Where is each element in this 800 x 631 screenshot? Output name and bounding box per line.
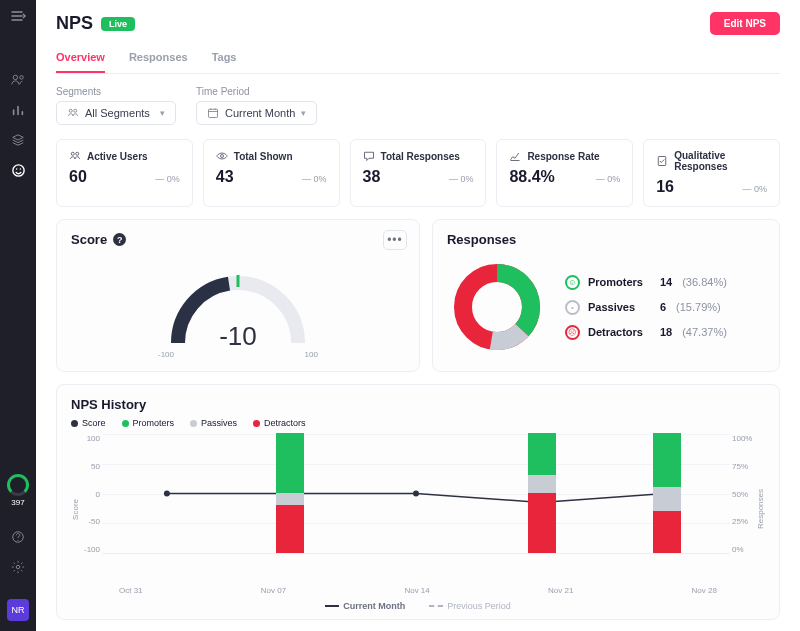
calendar-icon — [207, 107, 219, 119]
svg-point-12 — [76, 152, 79, 155]
eye-icon — [216, 150, 228, 162]
x-tick: Oct 31 — [119, 586, 143, 595]
layers-nav-icon[interactable] — [10, 132, 26, 148]
svg-rect-14 — [658, 157, 666, 166]
sidebar: 397 NR — [0, 0, 36, 631]
more-options-button[interactable]: ••• — [383, 230, 407, 250]
chevron-down-icon: ▾ — [160, 108, 165, 118]
page-title: NPS — [56, 13, 93, 34]
y-left-label: Score — [71, 499, 80, 520]
score-title: Score — [71, 232, 107, 247]
user-badge[interactable]: NR — [7, 599, 29, 621]
x-tick: Nov 21 — [548, 586, 573, 595]
tabs: Overview Responses Tags — [56, 45, 780, 74]
kpi-delta: — 0% — [742, 184, 767, 194]
bar-group — [276, 433, 304, 553]
kpi-value: 60 — [69, 168, 87, 186]
users-icon — [69, 150, 81, 162]
kpi-delta: — 0% — [449, 174, 474, 184]
analytics-nav-icon[interactable] — [10, 102, 26, 118]
kpi-row: Active Users 60— 0% Total Shown 43— 0% T… — [56, 139, 780, 207]
gauge-max: 100 — [305, 350, 318, 359]
kpi-qualitative-responses: Qualitative Responses 16— 0% — [643, 139, 780, 207]
legend-promoters: ☺ Promoters 14 (36.84%) — [565, 275, 727, 290]
chat-icon — [363, 150, 375, 162]
neutral-icon: • — [565, 300, 580, 315]
svg-point-11 — [71, 152, 74, 155]
period-legend: Current Month Previous Period — [71, 601, 765, 611]
doc-check-icon — [656, 155, 668, 167]
responses-panel: Responses ☺ Promoters 14 (36.84%) — [432, 219, 780, 372]
time-period-label: Time Period — [196, 86, 317, 97]
x-tick: Nov 28 — [692, 586, 717, 595]
segments-label: Segments — [56, 86, 176, 97]
tab-overview[interactable]: Overview — [56, 45, 105, 73]
svg-point-1 — [20, 76, 24, 80]
bar-group — [528, 433, 556, 553]
kpi-value: 43 — [216, 168, 234, 186]
score-value: -10 — [219, 321, 257, 352]
time-period-dropdown[interactable]: Current Month ▾ — [196, 101, 317, 125]
help-icon[interactable] — [10, 529, 26, 545]
kpi-active-users: Active Users 60— 0% — [56, 139, 193, 207]
x-axis-labels: Oct 31Nov 07Nov 14Nov 21Nov 28 — [95, 584, 741, 595]
kpi-value: 16 — [656, 178, 674, 196]
users-nav-icon[interactable] — [10, 72, 26, 88]
score-panel: Score? ••• -10 -100 100 — [56, 219, 420, 372]
svg-rect-10 — [209, 109, 218, 117]
donut-chart — [447, 257, 547, 357]
history-title: NPS History — [71, 397, 765, 412]
filters-row: Segments All Segments ▾ Time Period Curr… — [56, 86, 780, 125]
svg-point-9 — [74, 109, 77, 112]
kpi-value: 38 — [363, 168, 381, 186]
svg-point-7 — [16, 565, 20, 569]
main-content: NPS Live Edit NPS Overview Responses Tag… — [36, 0, 800, 631]
help-tooltip-icon[interactable]: ? — [113, 233, 126, 246]
tab-tags[interactable]: Tags — [212, 45, 237, 73]
settings-icon[interactable] — [10, 559, 26, 575]
svg-point-8 — [69, 109, 72, 112]
time-period-value: Current Month — [225, 107, 295, 119]
kpi-total-shown: Total Shown 43— 0% — [203, 139, 340, 207]
kpi-response-rate: Response Rate 88.4%— 0% — [496, 139, 633, 207]
score-line — [102, 434, 730, 553]
svg-point-3 — [15, 168, 17, 170]
progress-ring[interactable]: 397 — [7, 474, 29, 507]
history-panel: NPS History Score Promoters Passives Det… — [56, 384, 780, 620]
svg-point-19 — [164, 491, 170, 497]
svg-point-2 — [12, 164, 23, 175]
segments-value: All Segments — [85, 107, 150, 119]
svg-point-21 — [413, 491, 419, 497]
y-left-axis: 100500-50-100 — [80, 434, 102, 554]
nps-nav-icon[interactable] — [10, 162, 26, 178]
y-right-axis: 100%75%50%25%0% — [730, 434, 756, 554]
segments-dropdown[interactable]: All Segments ▾ — [56, 101, 176, 125]
svg-point-4 — [19, 168, 21, 170]
svg-rect-15 — [236, 275, 239, 287]
progress-ring-value: 397 — [7, 498, 29, 507]
tab-responses[interactable]: Responses — [129, 45, 188, 73]
frown-icon: ☹ — [565, 325, 580, 340]
svg-point-6 — [17, 540, 18, 541]
page-header: NPS Live Edit NPS — [56, 12, 780, 35]
chart-icon — [509, 150, 521, 162]
legend-detractors: ☹ Detractors 18 (47.37%) — [565, 325, 727, 340]
smile-icon: ☺ — [565, 275, 580, 290]
menu-collapse-icon[interactable] — [10, 8, 26, 24]
y-right-label: Responses — [756, 489, 765, 529]
segment-icon — [67, 107, 79, 119]
responses-title: Responses — [447, 232, 516, 247]
kpi-delta: — 0% — [302, 174, 327, 184]
kpi-delta: — 0% — [596, 174, 621, 184]
x-tick: Nov 14 — [404, 586, 429, 595]
history-legend: Score Promoters Passives Detractors — [71, 418, 765, 428]
kpi-value: 88.4% — [509, 168, 554, 186]
gauge-min: -100 — [158, 350, 174, 359]
svg-point-13 — [220, 155, 223, 158]
kpi-total-responses: Total Responses 38— 0% — [350, 139, 487, 207]
svg-point-0 — [13, 75, 17, 79]
legend-passives: • Passives 6 (15.79%) — [565, 300, 727, 315]
kpi-delta: — 0% — [155, 174, 180, 184]
edit-nps-button[interactable]: Edit NPS — [710, 12, 780, 35]
history-plot — [102, 434, 730, 554]
